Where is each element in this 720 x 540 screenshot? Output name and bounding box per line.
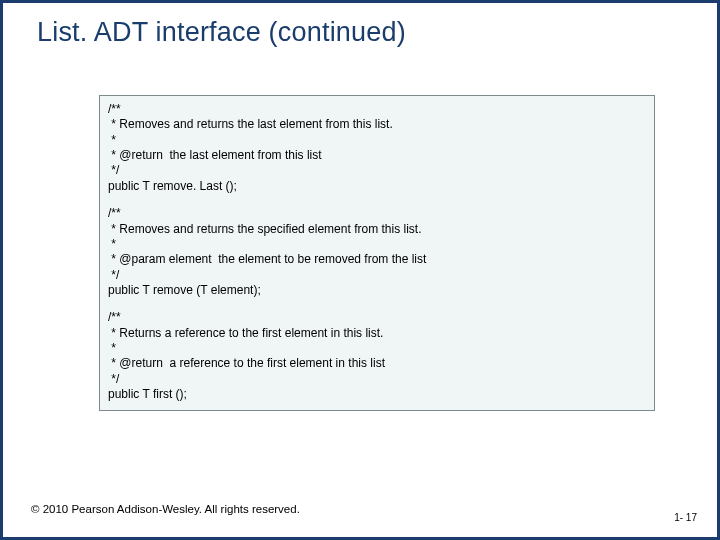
code-line: */ (108, 268, 646, 283)
slide: List. ADT interface (continued) /** * Re… (0, 0, 720, 540)
code-block-remove: /** * Removes and returns the specified … (108, 206, 646, 298)
code-line: * Removes and returns the last element f… (108, 117, 646, 132)
code-line: public T remove (T element); (108, 283, 646, 298)
code-line: * @param element the element to be remov… (108, 252, 646, 267)
code-line: /** (108, 102, 646, 117)
code-line: */ (108, 372, 646, 387)
code-line: * (108, 133, 646, 148)
page-title: List. ADT interface (continued) (3, 3, 717, 48)
code-box: /** * Removes and returns the last eleme… (99, 95, 655, 411)
code-line: * @return a reference to the first eleme… (108, 356, 646, 371)
page-number: 1- 17 (674, 512, 697, 523)
copyright: © 2010 Pearson Addison-Wesley. All right… (31, 503, 300, 515)
code-line: */ (108, 163, 646, 178)
code-line: * (108, 237, 646, 252)
code-line: * (108, 341, 646, 356)
code-line: public T first (); (108, 387, 646, 402)
code-line: /** (108, 206, 646, 221)
code-line: /** (108, 310, 646, 325)
code-line: * @return the last element from this lis… (108, 148, 646, 163)
code-line: * Returns a reference to the first eleme… (108, 326, 646, 341)
code-line: * Removes and returns the specified elem… (108, 222, 646, 237)
code-line: public T remove. Last (); (108, 179, 646, 194)
code-block-first: /** * Returns a reference to the first e… (108, 310, 646, 402)
code-block-remove-last: /** * Removes and returns the last eleme… (108, 102, 646, 194)
